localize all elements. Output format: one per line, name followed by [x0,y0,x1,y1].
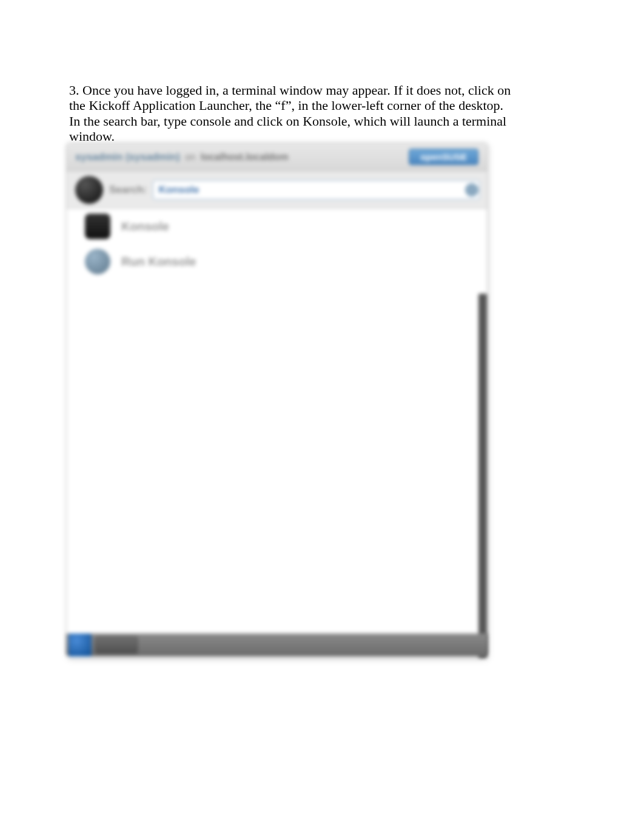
header-separator: on [185,152,196,163]
kickoff-launcher-button[interactable] [69,634,92,657]
search-row: Search: [67,171,487,209]
header-distro-button[interactable]: openSUSE [409,149,478,165]
result-label: Konsole [121,220,169,234]
taskbar-item[interactable] [95,637,138,654]
user-avatar-icon [75,176,103,204]
search-label: Search: [109,184,147,196]
instruction-text: 3. Once you have logged in, a terminal w… [69,83,513,144]
result-item-run-konsole[interactable]: Run Konsole [67,244,487,279]
result-label: Run Konsole [121,255,196,269]
clear-search-icon[interactable] [465,183,478,197]
header-host: localhost.localdom [201,152,289,163]
results-panel: Konsole Run Konsole [67,209,487,658]
launcher-header: sysadmin (sysadmin) on localhost.localdo… [67,143,487,171]
result-item-konsole[interactable]: Konsole [67,209,487,244]
header-user: sysadmin (sysadmin) [75,151,180,163]
terminal-icon [85,214,110,239]
run-icon [85,249,110,274]
taskbar [66,634,488,657]
kickoff-launcher-window: sysadmin (sysadmin) on localhost.localdo… [66,143,488,658]
search-input[interactable] [153,180,480,200]
results-scrollbar[interactable] [478,294,487,658]
